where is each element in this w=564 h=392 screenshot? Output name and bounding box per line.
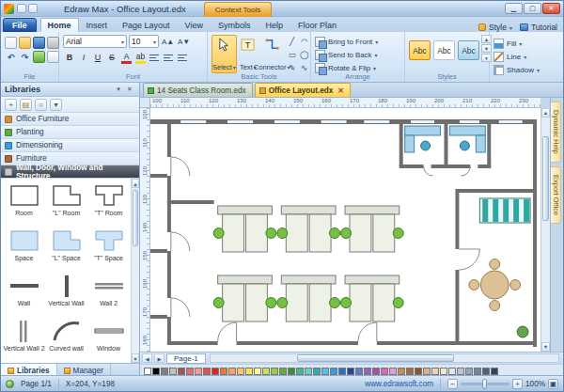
shape-vertical-wall-2[interactable]: Vertical Wall 2: [3, 316, 45, 361]
ribbon-tab-insert[interactable]: Insert: [79, 18, 116, 32]
connector-tool-button[interactable]: Connector▾: [259, 35, 285, 73]
floor-plan-drawing[interactable]: [150, 108, 540, 352]
panel-close-icon[interactable]: ✕: [124, 86, 135, 93]
open-icon[interactable]: [19, 37, 31, 49]
vertical-ruler[interactable]: 100110120130140150160170180: [140, 108, 150, 352]
side-tab-export-office[interactable]: Export Office: [551, 166, 561, 224]
shape-wall[interactable]: Wall: [3, 271, 45, 316]
library-section-office-furniture[interactable]: Office Furniture: [1, 113, 139, 126]
striped-couch[interactable]: [479, 198, 530, 223]
color-swatch[interactable]: [212, 368, 219, 375]
rectangle-tool-icon[interactable]: ▭: [287, 49, 298, 61]
color-swatch[interactable]: [178, 368, 185, 375]
color-swatch[interactable]: [220, 368, 227, 375]
color-swatch[interactable]: [448, 368, 456, 375]
ribbon-tab-home[interactable]: Home: [40, 18, 79, 32]
zoom-slider[interactable]: [461, 383, 509, 385]
color-swatch[interactable]: [203, 368, 211, 375]
color-swatch[interactable]: [195, 368, 202, 375]
shape-l-space[interactable]: "L" Space: [45, 226, 87, 271]
document-tab-14-seats-class-room-edx[interactable]: 14 Seats Class Room.edx: [143, 83, 253, 97]
color-swatch[interactable]: [228, 368, 236, 375]
ribbon-tab-help[interactable]: Help: [258, 18, 290, 32]
shape-t-space[interactable]: "T" Space: [87, 226, 130, 271]
color-swatch[interactable]: [237, 368, 244, 375]
page-tab[interactable]: Page-1: [166, 353, 206, 364]
color-swatch[interactable]: [440, 368, 447, 375]
shape-l-room[interactable]: "L" Room: [45, 180, 87, 226]
vertical-scrollbar[interactable]: ▲ ▼: [540, 108, 550, 352]
library-scrollbar[interactable]: ▲ ▼: [131, 179, 139, 363]
send-to-back-button[interactable]: Send to Back▾: [315, 49, 400, 61]
style-button[interactable]: Style ▾: [478, 23, 512, 32]
color-swatch[interactable]: [161, 368, 168, 375]
color-swatch[interactable]: [465, 368, 473, 375]
style-sample-3[interactable]: Abc: [458, 40, 479, 60]
library-menu-icon[interactable]: ▾: [50, 99, 62, 111]
scrollbar-thumb[interactable]: [542, 136, 549, 221]
prev-page-icon[interactable]: ◀: [142, 353, 152, 363]
font-size-combobox[interactable]: 10 ▾: [129, 35, 159, 48]
minimize-button[interactable]: ▁: [505, 3, 523, 14]
font-name-combobox[interactable]: Arial ▾: [63, 35, 127, 48]
ribbon-tab-floor-plan[interactable]: Floor Plan: [290, 18, 344, 32]
maximize-button[interactable]: ▢: [524, 3, 541, 14]
color-swatch[interactable]: [338, 368, 346, 375]
highlight-color-icon[interactable]: ab: [134, 52, 147, 64]
ellipse-tool-icon[interactable]: ◯: [299, 49, 310, 61]
u-button[interactable]: U: [91, 51, 104, 64]
color-swatch[interactable]: [491, 368, 498, 375]
color-swatch[interactable]: [330, 368, 337, 375]
color-swatch[interactable]: [296, 368, 304, 375]
scroll-down-icon[interactable]: ▼: [132, 353, 139, 363]
tutorial-button[interactable]: Tutorial: [520, 23, 557, 32]
shrink-font-button[interactable]: A▼: [177, 35, 191, 48]
shape-curved-wall[interactable]: Curved wall: [45, 316, 87, 361]
export-icon[interactable]: [33, 51, 45, 63]
color-swatch[interactable]: [313, 368, 321, 375]
b-button[interactable]: B: [63, 51, 76, 64]
align-left-icon[interactable]: [149, 52, 161, 64]
scrollbar-thumb[interactable]: [297, 354, 454, 362]
redo-icon[interactable]: ↷: [19, 51, 31, 63]
desk-room-1[interactable]: [405, 126, 441, 152]
font-color-icon[interactable]: A: [120, 52, 133, 64]
color-swatch[interactable]: [457, 368, 464, 375]
color-swatch[interactable]: [355, 368, 363, 375]
zoom-slider-thumb[interactable]: [482, 379, 487, 389]
workstation-clusters[interactable]: [213, 206, 403, 321]
color-swatch[interactable]: [482, 368, 490, 375]
scroll-down-icon[interactable]: ▼: [541, 342, 550, 352]
scroll-up-icon[interactable]: ▲: [132, 179, 139, 188]
color-swatch[interactable]: [169, 368, 177, 375]
shadow-button[interactable]: Shadow▾: [494, 64, 557, 75]
color-swatch[interactable]: [415, 368, 422, 375]
horizontal-scrollbar[interactable]: [210, 353, 559, 363]
align-center-icon[interactable]: [163, 52, 175, 64]
color-swatch[interactable]: [144, 368, 151, 375]
undo-icon[interactable]: ↶: [5, 51, 17, 63]
fill-button[interactable]: Fill▾: [494, 38, 557, 49]
drawing-canvas[interactable]: [150, 108, 540, 352]
color-swatch[interactable]: [347, 368, 354, 375]
close-button[interactable]: ✕: [542, 3, 560, 14]
library-section-dimensioning[interactable]: Dimensioning: [1, 139, 139, 152]
color-swatch[interactable]: [381, 368, 388, 375]
library-section-wall-door-window-and-structure[interactable]: Wall, Door, Window and Structure: [1, 165, 139, 179]
close-document-icon[interactable]: ✕: [337, 86, 344, 95]
line-button[interactable]: Line▾: [494, 51, 557, 62]
shape-window[interactable]: Window: [87, 316, 130, 361]
color-swatch[interactable]: [364, 368, 371, 375]
round-table[interactable]: [469, 259, 521, 311]
color-swatch[interactable]: [152, 368, 160, 375]
color-swatch[interactable]: [423, 368, 431, 375]
document-tab-office-layout-edx[interactable]: Office Layout.edx✕: [255, 83, 351, 97]
desk-room-2[interactable]: [449, 126, 485, 152]
color-swatch[interactable]: [271, 368, 278, 375]
library-section-planting[interactable]: Planting: [1, 126, 139, 139]
color-swatch[interactable]: [279, 368, 287, 375]
arc-tool-icon[interactable]: ◠: [299, 36, 310, 48]
zoom-in-icon[interactable]: +: [512, 379, 523, 389]
save-icon[interactable]: [33, 37, 45, 49]
color-swatch[interactable]: [305, 368, 312, 375]
